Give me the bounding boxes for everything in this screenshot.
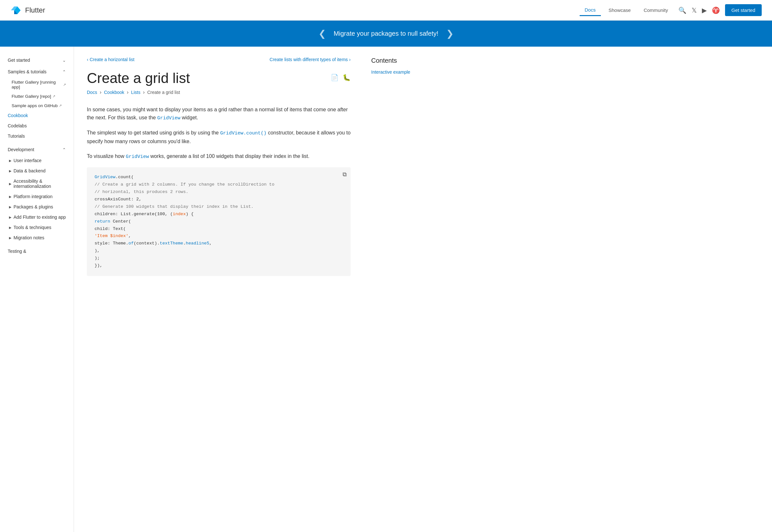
code-block: ⧉ GridView.count( // Create a grid with … (87, 167, 351, 276)
breadcrumb-sep-2: › (127, 89, 128, 95)
code-line-6: children: List.generate(100, (index) { (95, 211, 343, 218)
gridview-link-2[interactable]: GridView (126, 154, 149, 160)
breadcrumb: Docs › Cookbook › Lists › Create a grid … (87, 89, 351, 95)
triangle-right-icon: ▶ (9, 182, 12, 186)
code-line-11: ), (95, 247, 343, 255)
chevron-down-icon: ⌄ (62, 58, 66, 63)
next-page-link[interactable]: Create lists with different types of ite… (270, 57, 351, 62)
paragraph-1: In some cases, you might want to display… (87, 105, 351, 123)
banner-prev-arrow[interactable]: ❮ (318, 28, 326, 39)
sidebar-item-flutter-gallery-running[interactable]: Flutter Gallery [running app] ↗ (0, 78, 74, 92)
next-arrow-icon: › (349, 57, 351, 62)
chevron-up-icon: ⌃ (62, 69, 66, 74)
twitter-icon[interactable]: 𝕏 (692, 6, 697, 14)
code-line-12: ); (95, 255, 343, 262)
sidebar-item-flutter-gallery-repo[interactable]: Flutter Gallery [repo] ↗ (0, 92, 74, 101)
breadcrumb-sep-1: › (100, 89, 101, 95)
external-link-icon: ↗ (52, 94, 55, 98)
sidebar-item-testing[interactable]: Testing & (0, 245, 74, 257)
sidebar-item-tutorials[interactable]: Tutorials (0, 131, 74, 141)
search-icon[interactable]: 🔍 (678, 6, 686, 14)
triangle-right-icon: ▶ (9, 169, 12, 173)
code-line-10: style: Theme.of(context).textTheme.headl… (95, 240, 343, 247)
github-icon[interactable]: ♈ (712, 6, 720, 14)
nav-community[interactable]: Community (639, 5, 673, 15)
page-navigation: ‹ Create a horizontal list Create lists … (87, 57, 351, 62)
code-line-9: 'Item $index', (95, 233, 343, 240)
code-line-3: // horizontal, this produces 2 rows. (95, 188, 343, 196)
triangle-right-icon: ▶ (9, 205, 12, 209)
prev-page-link[interactable]: ‹ Create a horizontal list (87, 57, 134, 62)
external-link-icon: ↗ (63, 83, 66, 87)
get-started-button[interactable]: Get started (725, 4, 762, 16)
bug-icon[interactable]: 🐛 (343, 74, 351, 81)
code-line-1: GridView.count( (95, 174, 343, 181)
copy-code-button[interactable]: ⧉ (343, 171, 347, 178)
paragraph-2: The simplest way to get started using gr… (87, 129, 351, 146)
sidebar-item-codelabs[interactable]: Codelabs (0, 121, 74, 131)
triangle-right-icon: ▶ (9, 159, 12, 162)
main-content: ‹ Create a horizontal list Create lists … (74, 47, 363, 532)
sidebar-item-accessibility[interactable]: ▶ Accessibility & internationalization (0, 176, 74, 191)
code-line-7: return Center( (95, 218, 343, 225)
sidebar-item-migration-notes[interactable]: ▶ Migration notes (0, 233, 74, 243)
triangle-right-icon: ▶ (9, 226, 12, 229)
breadcrumb-sep-3: › (143, 89, 144, 95)
sidebar-item-platform-integration[interactable]: ▶ Platform integration (0, 191, 74, 202)
code-line-4: crossAxisCount: 2, (95, 196, 343, 203)
contents-title: Contents (371, 57, 427, 64)
breadcrumb-lists[interactable]: Lists (131, 90, 141, 95)
flutter-logo-icon (10, 5, 22, 16)
code-line-13: }), (95, 262, 343, 270)
nav-showcase[interactable]: Showcase (603, 5, 636, 15)
breadcrumb-docs[interactable]: Docs (87, 90, 97, 95)
sidebar-item-sample-apps[interactable]: Sample apps on GitHub ↗ (0, 101, 74, 110)
header-icons: 🔍 𝕏 ▶ ♈ (678, 6, 720, 14)
triangle-right-icon: ▶ (9, 216, 12, 219)
page-title: Create a grid list (87, 70, 190, 87)
breadcrumb-cookbook[interactable]: Cookbook (104, 90, 124, 95)
gridview-link-1[interactable]: GridView (157, 115, 180, 121)
gridview-count-link[interactable]: GridView.count() (220, 131, 266, 136)
prev-arrow-icon: ‹ (87, 57, 88, 62)
nav-docs[interactable]: Docs (580, 5, 601, 16)
page-title-row: Create a grid list 📄 🐛 (87, 70, 351, 87)
sidebar-item-cookbook[interactable]: Cookbook (0, 110, 74, 121)
sidebar-item-user-interface[interactable]: ▶ User interface (0, 155, 74, 166)
sidebar-item-samples-tutorials[interactable]: Samples & tutorials ⌃ (0, 66, 74, 78)
sidebar-item-get-started[interactable]: Get started ⌄ (0, 54, 74, 66)
triangle-right-icon: ▶ (9, 236, 12, 240)
code-line-8: child: Text( (95, 225, 343, 233)
banner-next-arrow[interactable]: ❯ (446, 28, 454, 39)
sidebar-item-data-backend[interactable]: ▶ Data & backend (0, 166, 74, 176)
paragraph-3: To visualize how GridView works, generat… (87, 152, 351, 161)
logo-text: Flutter (25, 6, 45, 14)
banner-text: Migrate your packages to null safety! (334, 30, 438, 37)
sidebar-item-development[interactable]: Development ⌃ (0, 144, 74, 155)
breadcrumb-current: Create a grid list (147, 90, 180, 95)
sidebar-item-add-flutter[interactable]: ▶ Add Flutter to existing app (0, 212, 74, 222)
title-icons: 📄 🐛 (331, 74, 351, 81)
youtube-icon[interactable]: ▶ (702, 6, 707, 14)
logo-link[interactable]: Flutter (10, 5, 45, 16)
triangle-right-icon: ▶ (9, 195, 12, 198)
document-icon[interactable]: 📄 (331, 74, 339, 81)
sidebar-item-packages-plugins[interactable]: ▶ Packages & plugins (0, 202, 74, 212)
sidebar: Get started ⌄ Samples & tutorials ⌃ Flut… (0, 47, 74, 532)
code-line-2: // Create a grid with 2 columns. If you … (95, 181, 343, 188)
external-link-icon: ↗ (59, 104, 62, 108)
contents-link-interactive-example[interactable]: Interactive example (371, 69, 427, 75)
header: Flutter Docs Showcase Community 🔍 𝕏 ▶ ♈ … (0, 0, 772, 21)
header-nav: Docs Showcase Community (580, 5, 673, 16)
banner: ❮ Migrate your packages to null safety! … (0, 21, 772, 47)
main-layout: Get started ⌄ Samples & tutorials ⌃ Flut… (0, 47, 772, 532)
code-line-5: // Generate 100 widgets that display the… (95, 203, 343, 211)
chevron-up-icon: ⌃ (62, 147, 66, 152)
sidebar-item-tools-techniques[interactable]: ▶ Tools & techniques (0, 222, 74, 233)
contents-sidebar: Contents Interactive example (363, 47, 434, 532)
